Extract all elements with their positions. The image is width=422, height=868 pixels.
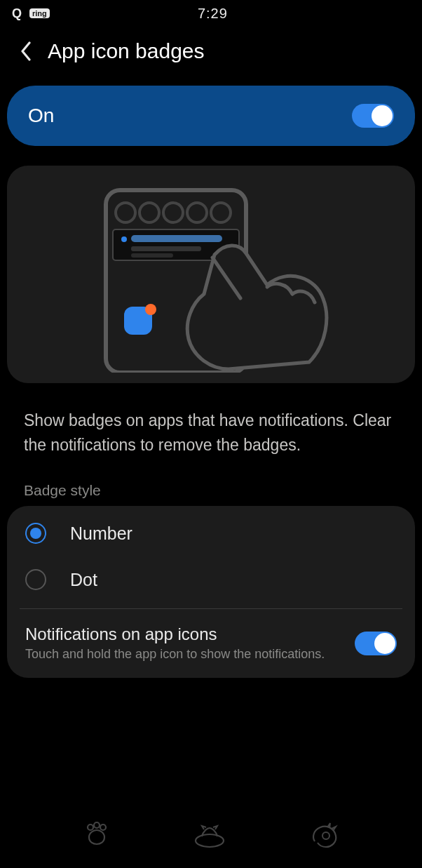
- bottom-nav: [0, 812, 422, 868]
- master-toggle-row[interactable]: On: [7, 86, 415, 146]
- setting-subtitle: Touch and hold the app icon to show the …: [25, 646, 343, 662]
- badge-style-label: Badge style: [7, 476, 415, 506]
- notifications-on-app-icons-row[interactable]: Notifications on app icons Touch and hol…: [7, 615, 415, 678]
- illustration-preview: [7, 166, 415, 383]
- nav-paw-icon[interactable]: [82, 820, 111, 853]
- badge-style-option-dot[interactable]: Dot: [7, 556, 415, 603]
- badge-illustration-icon: [64, 176, 358, 373]
- divider: [20, 608, 402, 609]
- radio-selected-icon: [25, 523, 46, 544]
- svg-rect-10: [131, 253, 173, 258]
- radio-label: Dot: [70, 570, 97, 590]
- svg-point-5: [211, 203, 231, 222]
- radio-unselected-icon: [25, 569, 46, 590]
- chevron-left-icon: [20, 41, 32, 61]
- svg-point-4: [187, 203, 207, 222]
- radio-label: Number: [70, 523, 132, 544]
- svg-point-15: [100, 824, 106, 830]
- svg-point-2: [139, 203, 159, 222]
- master-toggle-label: On: [28, 105, 352, 127]
- svg-point-3: [163, 203, 183, 222]
- status-ring-icon: ring: [29, 8, 50, 18]
- back-button[interactable]: [15, 41, 36, 62]
- status-q-icon: Q: [10, 6, 24, 20]
- setting-title: Notifications on app icons: [25, 625, 343, 644]
- nav-cat-curl-icon[interactable]: [308, 820, 340, 853]
- svg-rect-9: [131, 246, 201, 251]
- notifications-on-app-icons-switch[interactable]: [355, 632, 397, 655]
- svg-point-1: [116, 203, 135, 222]
- svg-point-16: [196, 834, 224, 847]
- badge-style-card: Number Dot Notifications on app icons To…: [7, 506, 415, 678]
- description-text: Show badges on apps that have notificati…: [7, 400, 415, 476]
- status-bar: Q ring 7:29: [0, 0, 422, 27]
- svg-point-7: [121, 236, 127, 242]
- badge-style-option-number[interactable]: Number: [7, 510, 415, 556]
- svg-point-14: [94, 822, 100, 828]
- svg-point-13: [88, 824, 93, 830]
- nav-cat-sleep-icon[interactable]: [192, 821, 227, 852]
- master-toggle-switch[interactable]: [352, 104, 394, 128]
- page-title: App icon badges: [48, 39, 205, 63]
- svg-rect-8: [131, 235, 222, 242]
- svg-point-17: [322, 832, 329, 839]
- status-time: 7:29: [50, 6, 376, 22]
- svg-point-12: [145, 304, 156, 315]
